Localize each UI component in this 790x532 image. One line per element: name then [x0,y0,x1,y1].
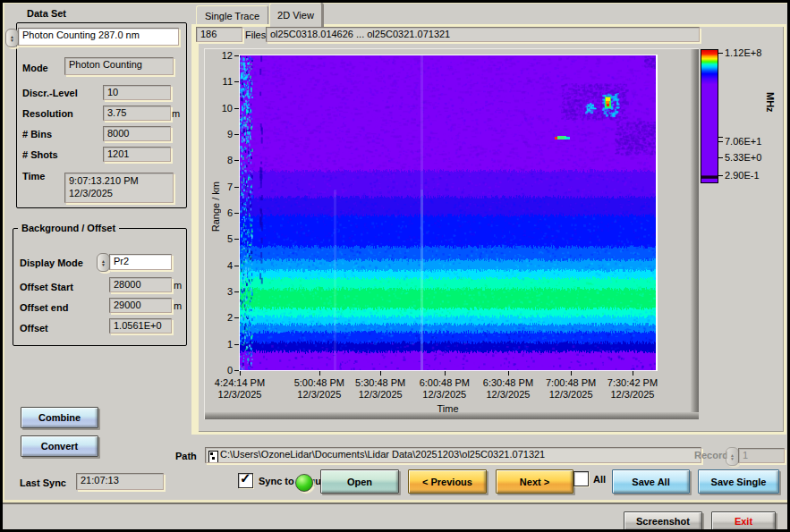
display-mode-spinner[interactable]: ▲▼ [97,253,110,272]
colorbar-tick-mark [718,53,723,54]
y-tick-label: 1 [227,339,233,350]
tab-single-trace[interactable]: Single Trace [196,5,268,26]
all-checkbox[interactable] [573,471,589,486]
colorbar-tick-label: 7.06E+1 [725,136,761,147]
x-axis-title: Time [240,403,656,414]
sync-status-led [295,474,313,492]
convert-button[interactable]: Convert [21,435,98,457]
files-field: ol25C0318.014626 ... ol25C0321.071321 [266,27,700,42]
x-tick-mark [508,371,509,376]
x-tick-mark [380,371,381,376]
path-field[interactable]: C:\Users\OzoneLidar\Documents\Lidar Data… [205,447,701,463]
time-value-line2: 12/3/2025 [69,188,113,198]
y-tick-label: 2 [227,312,233,323]
colorbar-tick-mark [718,141,723,142]
display-mode-label: Display Mode [20,258,83,268]
last-sync-field: 21:07:13 [76,473,164,490]
discr-level-field: 10 [103,85,171,100]
y-tick-label: 4 [227,260,233,271]
y-axis-tick-labels: 0123456789101112 [211,55,233,370]
time-value-line1: 9:07:13.210 PM [69,175,139,186]
x-tick-label: 7:30:42 PM12/3/2025 [592,377,673,401]
sync-to-acquis-label: Sync to Acquis [259,476,329,486]
exit-button[interactable]: Exit [711,511,776,531]
x-tick-mark [319,371,320,376]
y-tick-label: 6 [227,207,233,218]
offset-end-unit: m [174,300,182,311]
path-value: C:\Users\OzoneLidar\Documents\Lidar Data… [220,449,545,460]
colorbar-tick-mark [718,137,723,138]
resolution-unit: m [172,108,180,119]
spinner-down-icon: ▼ [101,263,106,266]
y-tick-label: 10 [222,103,233,114]
tab-2d-view[interactable]: 2D View [269,3,322,27]
mode-label: Mode [22,63,48,73]
y-tick-label: 3 [227,286,233,297]
dataset-group-title: Data Set [27,8,66,19]
colorbar-tick-labels: 1.12E+87.06E+15.33E+02.90E-1 [718,49,786,185]
x-tick-mark [445,371,446,376]
record-label: Record [694,450,728,460]
save-single-button[interactable]: Save Single [698,469,779,494]
colorbar-tick-mark [718,157,723,158]
x-tick-mark [633,371,633,376]
file-count-field: 186 [196,27,242,42]
colorbar-tick-mark [718,175,723,176]
y-tick-label: 7 [227,182,233,192]
background-offset-title: Background / Offset [18,223,119,233]
spinner-down-icon: ▼ [730,457,735,460]
open-button[interactable]: Open [320,469,399,494]
heatmap-plot-frame [239,55,658,371]
y-tick-label: 8 [227,155,233,165]
colorbar [701,49,718,183]
bins-field: 8000 [103,126,171,141]
shots-field: 1201 [103,147,171,162]
x-tick-mark [571,371,572,376]
time-label: Time [22,171,45,182]
record-field: 1 [738,448,785,463]
record-spinner: ▲▼ [726,447,739,466]
x-axis-tick-marks [240,371,656,376]
y-tick-label: 11 [223,76,233,87]
mode-field: Photon Counting [64,57,174,75]
offset-start-field: 28000 [109,277,172,292]
dataset-selector-spinner[interactable]: ▲▼ [5,29,19,47]
bins-label: # Bins [22,129,52,139]
offset-start-unit: m [174,280,182,291]
y-tick-label: 0 [227,365,233,376]
all-label: All [593,474,606,485]
resolution-field: 3.75 [103,106,171,121]
path-type-icon [208,451,218,463]
heatmap-canvas [240,55,656,370]
x-tick-mark [240,371,241,376]
time-field: 9:07:13.210 PM 12/3/2025 [64,173,174,203]
colorbar-tick-label: 5.33E+0 [725,152,761,163]
shots-label: # Shots [22,149,58,160]
x-axis-tick-labels: 4:24:14 PM12/3/20255:00:48 PM12/3/20255:… [240,377,656,402]
files-label: Files [245,30,266,40]
app-window: Data Set ▲▼ Photon Counting 287.0 nm Mod… [0,0,790,532]
offset-end-field: 29000 [109,298,172,313]
panel-edge [3,3,4,500]
colorbar-tick-label: 2.90E-1 [725,170,760,181]
y-tick-label: 9 [227,129,233,139]
resolution-label: Resolution [22,108,73,119]
path-label: Path [175,451,197,461]
bottom-separator-shadow [3,502,787,504]
colorbar-unit-label: MHz [765,92,776,113]
screenshot-button[interactable]: Screenshot [624,511,702,531]
offset-start-label: Offset Start [20,282,73,292]
combine-button[interactable]: Combine [21,407,98,428]
dataset-selector[interactable]: Photon Counting 287.0 nm [18,28,179,46]
display-mode-field[interactable]: Pr2 [109,254,172,270]
sync-to-acquis-checkbox[interactable]: ✓ [238,473,253,488]
offset-end-label: Offset end [20,302,68,313]
colorbar-tick-label: 1.12E+8 [725,47,761,58]
offset-field: 1.0561E+0 [109,318,172,334]
next-button[interactable]: Next > [496,469,573,494]
checkmark-icon: ✓ [240,470,251,486]
offset-label: Offset [20,323,48,334]
previous-button[interactable]: < Previous [408,469,487,494]
save-all-button[interactable]: Save All [612,469,690,494]
y-tick-label: 12 [222,50,233,61]
